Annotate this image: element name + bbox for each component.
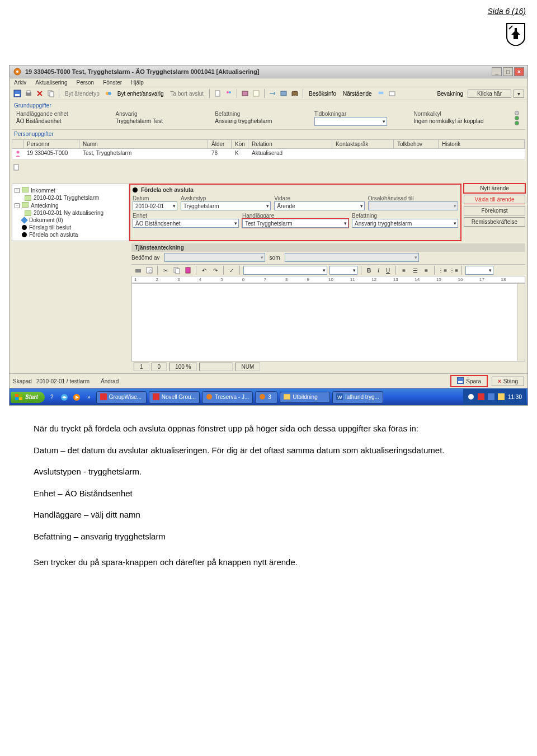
quicklaunch-media-icon[interactable] — [72, 392, 82, 402]
tree-inkommet[interactable]: − Inkommet — [15, 186, 126, 194]
col-personnr[interactable]: Personnr — [23, 140, 79, 148]
task-novell[interactable]: Novell Grou... — [149, 391, 200, 403]
bold-button[interactable]: B — [365, 267, 373, 274]
tree-fordela[interactable]: Fördela och avsluta — [15, 231, 126, 238]
italic-button[interactable]: I — [375, 267, 381, 274]
size-select[interactable] — [329, 266, 357, 275]
klicka-har-button[interactable]: Klicka här — [468, 90, 511, 98]
maximize-button[interactable]: □ — [503, 67, 513, 76]
collapse-icon[interactable]: − — [15, 203, 20, 208]
toolbar-byt-enhet[interactable]: Byt enhet/ansvarig — [115, 91, 166, 97]
menu-hjalp[interactable]: Hjälp — [131, 79, 144, 86]
redo-icon[interactable]: ↷ — [211, 266, 220, 275]
swap-icon[interactable] — [104, 89, 113, 98]
tray-clock[interactable]: 11:30 — [508, 394, 522, 400]
start-button[interactable]: Start — [11, 392, 45, 403]
handlaggare-select[interactable]: Test Trygghetslarm — [242, 219, 348, 228]
toolbar-narstaende[interactable]: Närstående — [341, 91, 374, 97]
task-treserva[interactable]: Treserva - J... — [202, 391, 253, 403]
tidbokningar-combo[interactable] — [314, 117, 387, 126]
col-relation[interactable]: Relation — [248, 140, 332, 148]
quicklaunch-more-icon[interactable]: » — [84, 392, 94, 402]
stang-button[interactable]: × Stäng — [492, 377, 524, 386]
bullet-icon — [22, 225, 27, 230]
toolbar-besoksinfo[interactable]: Besöksinfo — [307, 91, 338, 97]
col-kontaktsprak[interactable]: Kontaktspråk — [332, 140, 394, 148]
print-icon[interactable] — [24, 89, 33, 98]
menu-fonster[interactable]: Fönster — [103, 79, 122, 86]
tree-forslag[interactable]: Förslag till beslut — [15, 224, 126, 231]
transfer-icon[interactable] — [268, 89, 277, 98]
tree-inkommet-child[interactable]: 2010-02-01 Trygghetslarm — [15, 194, 126, 201]
col-historik[interactable]: Historik — [439, 140, 525, 148]
remissbekraftelse-button[interactable]: Remissbekräftelse — [464, 217, 525, 227]
print2-icon[interactable] — [134, 266, 143, 275]
tree-dokument[interactable]: Dokument (0) — [15, 217, 126, 224]
doc-icon[interactable] — [213, 89, 222, 98]
menu-person[interactable]: Person — [77, 79, 95, 86]
vaxla-arende-button[interactable]: Växla till ärende — [464, 195, 525, 204]
cut-icon[interactable]: ✂ — [161, 266, 170, 275]
users-icon[interactable] — [376, 89, 385, 98]
quicklaunch-help-icon[interactable]: ? — [47, 392, 57, 402]
forekomst-button[interactable]: Förekomst — [464, 206, 525, 215]
form-befattning-select[interactable]: Ansvarig trygghetslarm — [352, 219, 458, 228]
scrollbar[interactable] — [517, 284, 525, 361]
col-namn[interactable]: Namn — [79, 140, 208, 148]
app-icon — [100, 393, 107, 401]
book2-icon[interactable] — [279, 89, 288, 98]
list-bullets-icon[interactable]: ⋮≡ — [438, 266, 447, 275]
handlaggare-label: Handläggare — [242, 213, 348, 219]
task-lathund[interactable]: W lathund tryg... — [332, 391, 383, 403]
datum-input[interactable]: 2010-02-01 — [133, 201, 177, 210]
vidare-select[interactable]: Ärende — [274, 201, 364, 210]
enhet-select[interactable]: ÄO Biståndsenhet — [133, 219, 239, 228]
tree-anteckning[interactable]: − Anteckning — [15, 201, 126, 209]
note-icon[interactable] — [252, 89, 261, 98]
family-icon[interactable] — [224, 89, 233, 98]
doc-mini-icon[interactable] — [12, 163, 21, 172]
align-center-icon[interactable]: ☰ — [411, 266, 420, 275]
copy-icon[interactable] — [46, 89, 55, 98]
preview-icon[interactable] — [145, 266, 154, 275]
tray-icon[interactable] — [478, 393, 484, 401]
nytt-arende-button[interactable]: Nytt ärende — [464, 184, 525, 193]
book-icon[interactable] — [241, 89, 249, 98]
zoom-select[interactable] — [465, 266, 493, 275]
dropdown-toggle-button[interactable]: ▾ — [514, 90, 524, 98]
quicklaunch-ie-icon[interactable] — [59, 392, 69, 402]
col-kon[interactable]: Kön — [232, 140, 248, 148]
minimize-button[interactable]: _ — [492, 67, 502, 76]
copy2-icon[interactable] — [172, 266, 181, 275]
spara-button[interactable]: Spara — [451, 375, 487, 387]
card-icon[interactable] — [388, 89, 397, 98]
align-right-icon[interactable]: ≡ — [422, 266, 431, 275]
col-alder[interactable]: Ålder — [208, 140, 232, 148]
avslutstyp-select[interactable]: Trygghetslarm — [181, 201, 271, 210]
save-icon[interactable] — [13, 89, 22, 98]
col-tolkbehov[interactable]: Tolkbehov — [394, 140, 439, 148]
menu-arkiv[interactable]: Arkiv — [14, 79, 26, 86]
close-button[interactable]: × — [514, 67, 524, 76]
delete-icon[interactable] — [35, 89, 44, 98]
books-icon[interactable] — [290, 89, 299, 98]
tray-icon[interactable] — [488, 393, 494, 401]
tree-anteckning-child[interactable]: 2010-02-01 Ny aktualisering — [15, 209, 126, 217]
spellcheck-icon[interactable]: ✓ — [227, 266, 236, 275]
task-groupwise[interactable]: GroupWise... — [96, 391, 147, 403]
menu-aktualisering[interactable]: Aktualisering — [35, 79, 67, 86]
undo-icon[interactable]: ↶ — [200, 266, 209, 275]
form-befattning-label: Befattning — [352, 213, 458, 219]
tray-icon[interactable] — [498, 393, 505, 401]
collapse-icon[interactable]: − — [15, 188, 20, 193]
task-utbildning[interactable]: Utbildning — [280, 392, 330, 403]
text-editor[interactable] — [131, 283, 525, 361]
tray-icon[interactable] — [468, 393, 474, 401]
align-left-icon[interactable]: ≡ — [399, 266, 408, 275]
font-select[interactable] — [243, 266, 327, 275]
paste-icon[interactable] — [183, 266, 192, 275]
list-numbers-icon[interactable]: ⋮≡ — [449, 266, 458, 275]
task-3[interactable]: 3 — [255, 391, 277, 403]
underline-button[interactable]: U — [384, 267, 392, 274]
table-row[interactable]: 19 330405-T000 Test, Trygghetslarm 76 K … — [12, 149, 525, 159]
